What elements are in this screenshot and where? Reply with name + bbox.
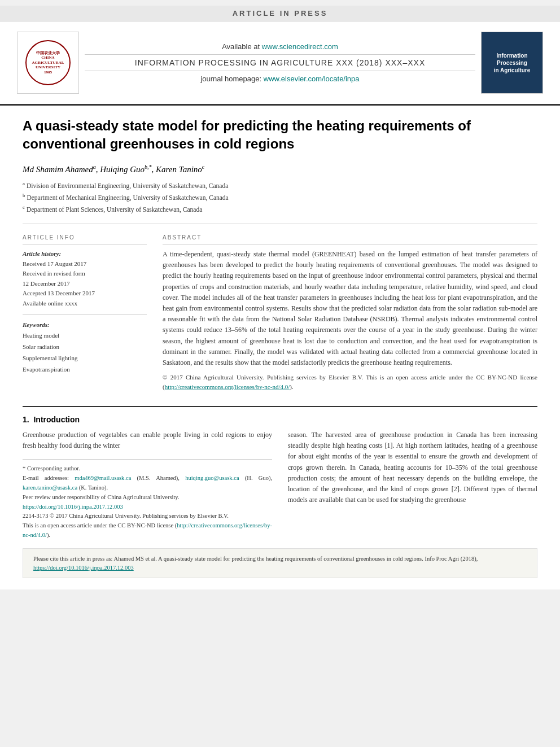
- journal-header: 中国农业大学CHINAAGRICULTURALUNIVERSITY1905 Av…: [0, 21, 560, 106]
- intro-right-text: season. The harvested area of greenhouse…: [288, 430, 537, 505]
- keyword-2: Solar radiation: [23, 342, 147, 353]
- oa-text-post: ).: [47, 532, 50, 538]
- received-date: Received 17 August 2017: [23, 259, 147, 269]
- author3-name: Karen Tanino: [156, 165, 202, 174]
- keyword-3: Supplemental lighting: [23, 353, 147, 364]
- affil-1-text: Division of Environmental Engineering, U…: [27, 182, 228, 189]
- intro-left-col: Greenhouse production of vegetables can …: [23, 430, 272, 540]
- affiliation-2: b Department of Mechanical Engineering, …: [23, 192, 537, 203]
- doi-link[interactable]: https://doi.org/10.1016/j.inpa.2017.12.0…: [23, 504, 123, 510]
- peer-review: Peer review under responsibility of Chin…: [23, 493, 272, 503]
- open-access-line: This is an open access article under the…: [23, 521, 272, 540]
- article-in-press-banner: ARTICLE IN PRESS: [0, 6, 560, 21]
- copyright-text: © 2017 China Agricultural University. Pu…: [163, 373, 537, 391]
- intro-two-col: Greenhouse production of vegetables can …: [23, 430, 537, 540]
- keywords-divider: [23, 314, 147, 315]
- affiliation-3: c Department of Plant Sciences, Universi…: [23, 204, 537, 215]
- email-1-link[interactable]: mda469@mail.usask.ca: [75, 475, 131, 481]
- col-abstract: ABSTRACT A time-dependent, quasi-steady …: [163, 234, 537, 396]
- citation-bar: Please cite this article in press as: Ah…: [23, 548, 537, 579]
- citation-text-before: Please cite this article in press as: Ah…: [33, 556, 478, 562]
- article-info-divider: [23, 244, 147, 244]
- authors: Md Shamim Ahameda, Huiqing Guob,*, Karen…: [23, 164, 537, 174]
- right-logo-text: Information Processing in Agriculture: [485, 52, 539, 74]
- page: ARTICLE IN PRESS 中国农业大学CHINAAGRICULTURAL…: [0, 6, 560, 589]
- available-online: Available online xxxx: [23, 299, 147, 309]
- email-3-name: (K. Tanino).: [79, 484, 108, 491]
- right-logo-line2: in Agriculture: [494, 67, 531, 73]
- author2-name: Huiqing Guo: [100, 165, 145, 174]
- article-history: Article history: Received 17 August 2017…: [23, 249, 147, 309]
- main-content: A quasi-steady state model for predictin…: [0, 106, 560, 589]
- abstract-paragraph: A time-dependent, quasi-steady state the…: [163, 249, 537, 368]
- keyword-1: Heating model: [23, 330, 147, 342]
- col-article-info: ARTICLE INFO Article history: Received 1…: [23, 234, 147, 396]
- email-1-name: (M.S. Ahamed),: [137, 475, 180, 481]
- keywords-block: Keywords: Heating model Solar radiation …: [23, 320, 147, 375]
- circle-logo: 中国农业大学CHINAAGRICULTURALUNIVERSITY1905: [25, 40, 71, 85]
- email-2-link[interactable]: huiqing.guo@usask.ca: [185, 475, 239, 481]
- section-number: 1.: [23, 415, 29, 424]
- cc-license-link[interactable]: http://creativecommons.org/licenses/by-n…: [165, 383, 290, 390]
- affiliation-1: a Division of Environmental Engineering,…: [23, 180, 537, 191]
- affil-3-text: Department of Plant Sciences, University…: [27, 206, 202, 213]
- abstract-divider: [163, 244, 537, 244]
- keyword-4: Evapotranspiration: [23, 364, 147, 375]
- available-at-label: Available at: [222, 42, 260, 51]
- citation-doi-link[interactable]: https://doi.org/10.1016/j.inpa.2017.12.0…: [33, 565, 134, 571]
- email-label: E-mail addresses:: [23, 475, 69, 481]
- revised-date: 12 December 2017: [23, 279, 147, 289]
- intro-right-col: season. The harvested area of greenhouse…: [288, 430, 537, 540]
- left-university-logo: 中国农业大学CHINAAGRICULTURALUNIVERSITY1905: [17, 32, 79, 94]
- affil-2-text: Department of Mechanical Engineering, Un…: [27, 194, 228, 201]
- author1-name: Md Shamim Ahamed: [23, 165, 93, 174]
- article-info-abstract: ARTICLE INFO Article history: Received 1…: [23, 234, 537, 396]
- introduction-section: 1. Introduction Greenhouse production of…: [23, 406, 537, 540]
- banner-text: ARTICLE IN PRESS: [233, 9, 328, 18]
- journal-name: INFORMATION PROCESSING IN AGRICULTURE XX…: [85, 54, 475, 71]
- article-title: A quasi-steady state model for predictin…: [23, 117, 537, 154]
- header-center: Available at www.sciencedirect.com INFOR…: [85, 42, 475, 83]
- footnote-area: * Corresponding author. E-mail addresses…: [23, 459, 272, 540]
- email-3-link[interactable]: karen.tanino@usask.ca: [23, 484, 77, 491]
- available-at: Available at www.sciencedirect.com: [85, 42, 475, 51]
- author3-sup: c: [202, 164, 204, 170]
- sciencedirect-link[interactable]: www.sciencedirect.com: [262, 42, 338, 51]
- doi-link-wrapper: https://doi.org/10.1016/j.inpa.2017.12.0…: [23, 503, 272, 512]
- right-logo-line1: Information Processing: [497, 53, 528, 66]
- intro-heading: 1. Introduction: [23, 415, 537, 424]
- article-info-label: ARTICLE INFO: [23, 234, 147, 241]
- homepage: journal homepage: www.elsevier.com/locat…: [85, 75, 475, 83]
- corresponding-note: * Corresponding author.: [23, 464, 272, 474]
- oa-text-pre: This is an open access article under the…: [23, 522, 177, 528]
- intro-left-text: Greenhouse production of vegetables can …: [23, 430, 272, 451]
- accepted-date: Accepted 13 December 2017: [23, 289, 147, 299]
- issn-line: 2214-3173 © 2017 China Agricultural Univ…: [23, 512, 272, 521]
- revised-label: Received in revised form: [23, 269, 147, 279]
- history-label: Article history:: [23, 249, 147, 259]
- keywords-label: Keywords:: [23, 320, 147, 331]
- affiliations: a Division of Environmental Engineering,…: [23, 180, 537, 224]
- homepage-label: journal homepage:: [200, 75, 261, 83]
- email-addresses: E-mail addresses: mda469@mail.usask.ca (…: [23, 474, 272, 493]
- right-journal-logo: Information Processing in Agriculture: [481, 32, 543, 94]
- abstract-text: A time-dependent, quasi-steady state the…: [163, 249, 537, 391]
- email-2-name: (H. Guo),: [245, 475, 272, 481]
- author2-sup: b,*: [145, 164, 152, 170]
- author1-sup: a: [93, 164, 96, 170]
- abstract-label: ABSTRACT: [163, 234, 537, 241]
- section-title: Introduction: [33, 415, 80, 424]
- elsevier-link[interactable]: www.elsevier.com/locate/inpa: [264, 75, 360, 83]
